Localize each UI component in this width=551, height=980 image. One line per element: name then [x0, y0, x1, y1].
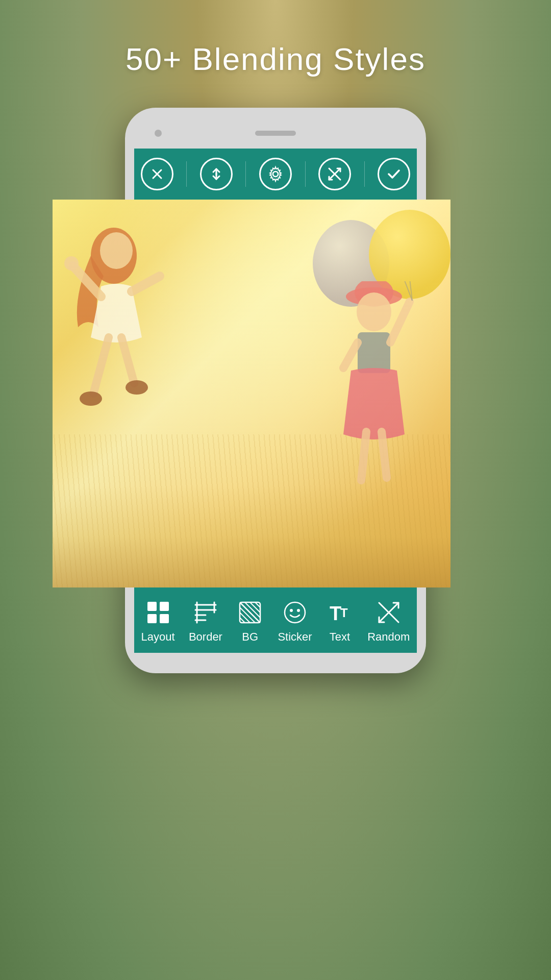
- sticker-label: Sticker: [278, 630, 312, 644]
- layout-button[interactable]: Layout: [141, 599, 175, 644]
- shuffle-button[interactable]: [318, 158, 351, 190]
- svg-rect-27: [160, 602, 169, 611]
- separator-3: [305, 161, 306, 187]
- svg-rect-26: [147, 602, 157, 611]
- phone-frame: Layout Border: [125, 108, 426, 673]
- svg-text:T: T: [340, 606, 348, 620]
- text-button[interactable]: T T Text: [326, 599, 354, 644]
- random-label: Random: [367, 630, 410, 644]
- layout-label: Layout: [141, 630, 175, 644]
- text-label: Text: [330, 630, 350, 644]
- photo-scene: [53, 200, 450, 587]
- svg-point-4: [273, 172, 278, 177]
- text-icon: T T: [326, 599, 354, 626]
- separator-1: [186, 161, 187, 187]
- bg-label: BG: [242, 630, 258, 644]
- sticker-button[interactable]: Sticker: [278, 599, 312, 644]
- sticker-icon: [281, 599, 309, 626]
- photo-area: [53, 200, 450, 587]
- front-camera: [155, 130, 162, 137]
- svg-point-45: [290, 609, 293, 612]
- separator-2: [245, 161, 246, 187]
- border-button[interactable]: Border: [189, 599, 222, 644]
- confirm-button[interactable]: [378, 158, 410, 190]
- border-label: Border: [189, 630, 222, 644]
- close-button[interactable]: [141, 158, 173, 190]
- svg-point-46: [297, 609, 300, 612]
- phone-sensors: [134, 123, 417, 143]
- swap-button[interactable]: [200, 158, 233, 190]
- svg-point-44: [285, 602, 305, 623]
- svg-text:T: T: [330, 603, 341, 624]
- separator-4: [364, 161, 365, 187]
- app-toolbar: [134, 149, 417, 200]
- random-icon: [375, 599, 403, 626]
- page-title: 50+ Blending Styles: [126, 41, 425, 77]
- bg-button[interactable]: BG: [236, 599, 264, 644]
- speaker: [255, 131, 296, 136]
- settings-button[interactable]: [259, 158, 292, 190]
- border-icon: [192, 599, 219, 626]
- svg-rect-29: [160, 614, 169, 623]
- random-button[interactable]: Random: [367, 599, 410, 644]
- bg-icon: [236, 599, 264, 626]
- grid-icon: [144, 599, 172, 626]
- warm-overlay: [53, 200, 450, 587]
- svg-line-37: [240, 602, 260, 623]
- svg-line-40: [240, 612, 250, 623]
- svg-line-41: [250, 602, 260, 612]
- bottom-toolbar: Layout Border: [134, 587, 417, 653]
- svg-rect-28: [147, 614, 157, 623]
